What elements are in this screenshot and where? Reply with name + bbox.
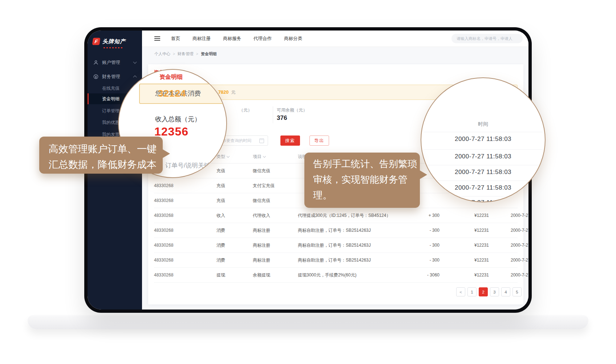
top-nav: 首页 商标注册 商标服务 代理合作 商标分类 [171, 36, 302, 42]
calendar-icon[interactable] [259, 138, 264, 143]
magnified-income-label: 收入总额（元） [155, 115, 201, 124]
row-divider [423, 149, 543, 150]
table-row: 48330268 消费 商标注册 商标自助注册，订单号：SB2514263J -… [154, 238, 518, 253]
hamburger-menu-icon[interactable] [154, 38, 160, 39]
nav-link-home[interactable]: 首页 [171, 36, 180, 42]
breadcrumb: 个人中心 > 财务管理 > 资金明细 [142, 47, 528, 61]
breadcrumb-current: 资金明细 [201, 51, 217, 57]
stat-divider [273, 106, 273, 123]
breadcrumb-separator: > [173, 52, 175, 56]
callout-left: 高效管理账户订单、一键 汇总数据，降低财务成本 [39, 137, 163, 174]
time-cell-clipped: 2000-7-27 11:58:03 [511, 272, 528, 278]
nav-link-trademark-category[interactable]: 商标分类 [284, 36, 302, 42]
table-row: 48330268 提现 余额提现 提现3000元，手续费2%(60元) - 30… [154, 268, 518, 283]
search-button[interactable]: 搜索 [280, 136, 300, 146]
callout-right-text: 告别手工统计、告别繁琐 审核，实现智能财务管 理。 [313, 156, 417, 203]
magnified-time-row: 2000-7-27 11:58:03 [421, 136, 545, 143]
row-divider [423, 132, 543, 132]
magnified-income-value: 12356 [154, 125, 189, 138]
callout-right: 告别手工统计、告别繁琐 审核，实现智能财务管 理。 [304, 153, 420, 208]
time-cell-clipped: 2000-7-27 11:58:03 [511, 258, 528, 263]
magnified-time-row: 2000-7-27 11:58:03 [421, 153, 545, 160]
chevron-up-icon [133, 76, 137, 79]
magnified-banner-amount: 32124 [158, 84, 186, 102]
topbar: 首页 商标注册 商标服务 代理合作 商标分类 [142, 31, 528, 47]
nav-link-trademark-register[interactable]: 商标注册 [192, 36, 211, 42]
magnified-time-header: 时间 [421, 121, 545, 128]
table-row: 48330268 消费 商标注册 商标自助注册，订单号：SB2514263J -… [154, 253, 518, 268]
callout-arrow-icon [162, 149, 170, 158]
laptop-base [28, 315, 588, 329]
pagination-page-3[interactable]: 3 [490, 287, 499, 296]
breadcrumb-separator: > [196, 52, 198, 56]
pagination-page-2[interactable]: 2 [479, 287, 488, 296]
global-search-input[interactable] [451, 34, 523, 43]
header-type[interactable]: 类型 [216, 154, 253, 160]
screenshot-stage: F 头牌知产 账户管理 财务管理 [0, 0, 616, 364]
pagination-page-4[interactable]: 4 [501, 287, 510, 296]
banner-unit: 元 [231, 90, 235, 95]
sidebar-item-account[interactable]: 账户管理 [88, 57, 142, 68]
sidebar-item-label: 财务管理 [102, 72, 134, 82]
logo-subtext-ticks [104, 47, 122, 48]
magnified-time-row: 2000-7-27 11:58:03 [421, 169, 545, 176]
breadcrumb-item[interactable]: 个人中心 [154, 51, 170, 57]
table-row: 48330268 收入 代理收入 代理提成300元（ID:1245，订单号：SB… [154, 208, 518, 223]
pagination-prev-button[interactable]: < [456, 287, 465, 296]
logo: F 头牌知产 [93, 38, 126, 45]
finance-icon [93, 74, 98, 79]
table-row: 48330268 消费 商标注册 商标自助注册，订单号：SB2514263J -… [154, 223, 518, 238]
sidebar-item-finance[interactable]: 财务管理 [88, 72, 142, 82]
logo-icon: F [92, 38, 101, 45]
pagination-page-5[interactable]: 5 [512, 287, 522, 296]
user-icon [93, 60, 98, 65]
banner-amount: 7820 [218, 89, 229, 95]
row-divider [423, 165, 543, 165]
row-divider [423, 181, 543, 181]
magnifier-circle-right: 时间 2000-7-27 11:58:03 2000-7-27 11:58:03… [421, 77, 546, 202]
time-cell-clipped: 2000-7-27 11:58:03 [511, 243, 528, 248]
chevron-down-icon [133, 60, 137, 64]
stat-expense-unit-label: （元） [239, 107, 252, 113]
logo-title: 头牌知产 [102, 38, 126, 45]
time-cell-clipped: 2000-7-27 11:58:03 [511, 213, 528, 218]
magnified-page-title: 资金明细 [159, 73, 183, 81]
callout-left-text: 高效管理账户订单、一键 汇总数据，降低财务成本 [49, 141, 157, 173]
stat-balance-label: 可用余额（元） [277, 107, 307, 113]
sort-caret-icon [227, 154, 230, 157]
callout-arrow-icon [419, 170, 427, 179]
header-project[interactable]: 项目 [253, 154, 298, 160]
time-cell-clipped: 2000-7-27 11:58:03 [511, 228, 528, 233]
pagination-page-1[interactable]: 1 [467, 287, 477, 296]
breadcrumb-item[interactable]: 财务管理 [178, 51, 194, 57]
stat-balance-value: 376 [277, 114, 287, 122]
export-button[interactable]: 导出 [309, 136, 329, 146]
sort-caret-icon [263, 154, 266, 157]
nav-link-trademark-service[interactable]: 商标服务 [223, 36, 241, 42]
pagination: < 1 2 3 4 5 [456, 287, 522, 296]
sidebar-item-label: 账户管理 [102, 57, 134, 68]
nav-link-agent-cooperation[interactable]: 代理合作 [254, 36, 272, 42]
